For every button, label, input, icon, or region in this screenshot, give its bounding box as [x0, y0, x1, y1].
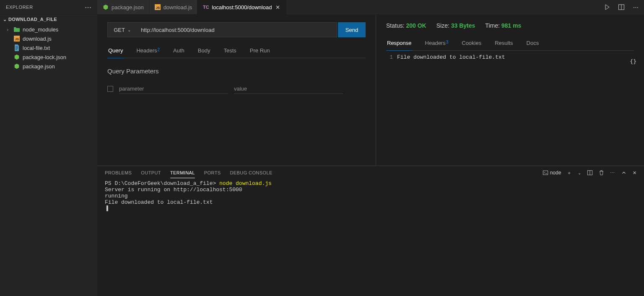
tab-strip: EXPLORER ⋯ package.json JS download.js T… — [0, 0, 644, 15]
tree-folder-node-modules[interactable]: › node_modules — [0, 25, 97, 34]
bottom-panel: PROBLEMS OUTPUT TERMINAL PORTS DEBUG CON… — [97, 166, 644, 296]
split-terminal-icon[interactable] — [587, 170, 593, 176]
subtab-docs[interactable]: Docs — [526, 37, 540, 50]
split-editor-icon[interactable] — [616, 0, 626, 14]
tree-file-local-file[interactable]: local-file.txt — [0, 43, 97, 52]
node-icon — [13, 54, 20, 60]
panel-tab-debug[interactable]: DEBUG CONSOLE — [230, 170, 273, 175]
query-section-title: Query Parameters — [107, 68, 366, 75]
tree-label: node_modules — [23, 26, 58, 33]
chevron-right-icon: › — [7, 26, 11, 33]
param-name-input[interactable] — [119, 84, 228, 94]
subtab-auth[interactable]: Auth — [172, 45, 185, 58]
param-checkbox[interactable] — [107, 86, 113, 92]
size-label: Size: — [436, 22, 449, 29]
time-value: 981 ms — [501, 22, 521, 29]
tree-label: package.json — [23, 63, 55, 70]
tab-close-icon[interactable]: ✕ — [274, 4, 281, 10]
terminal-icon — [543, 170, 548, 176]
subtab-headers[interactable]: Headers2 — [135, 45, 161, 58]
tree-file-download-js[interactable]: JS download.js — [0, 34, 97, 43]
panel-tab-ports[interactable]: PORTS — [204, 170, 221, 175]
terminal-profile[interactable]: node — [543, 170, 561, 176]
format-json-icon[interactable]: {} — [630, 58, 636, 65]
send-button[interactable]: Send — [338, 22, 366, 37]
param-row — [107, 84, 366, 94]
terminal-line: File downloaded to local-file.txt — [105, 199, 213, 205]
terminal-output[interactable]: PS D:\CodeForGeek\download_a_file> node … — [97, 179, 644, 296]
text-file-icon — [13, 44, 20, 51]
panel-tab-output[interactable]: OUTPUT — [141, 170, 161, 175]
run-icon[interactable] — [602, 0, 612, 14]
response-body[interactable]: 1 File downloaded to local-file.txt — [386, 54, 634, 60]
param-value-input[interactable] — [234, 84, 343, 94]
time-label: Time: — [485, 22, 499, 29]
request-pane: GET ⌄ Send Query Headers2 Auth Body Test… — [97, 15, 376, 166]
subtab-resp-headers[interactable]: Headers3 — [424, 37, 449, 50]
subtab-body[interactable]: Body — [197, 45, 211, 58]
tc-icon: TC — [203, 4, 209, 10]
status-label: Status: — [386, 22, 405, 29]
subtab-response[interactable]: Response — [386, 37, 413, 50]
profile-label: node — [550, 170, 561, 176]
svg-rect-8 — [16, 49, 17, 49]
new-terminal-icon[interactable]: ＋ — [567, 170, 571, 176]
explorer-header: EXPLORER ⋯ — [0, 0, 97, 14]
status-value: 200 OK — [406, 22, 426, 29]
svg-rect-6 — [16, 47, 18, 47]
tree-label: download.js — [23, 36, 52, 42]
url-input[interactable] — [137, 22, 337, 37]
subtab-query[interactable]: Query — [107, 45, 124, 58]
headers-badge: 2 — [158, 47, 160, 52]
subtab-tests[interactable]: Tests — [223, 45, 237, 58]
tab-label: localhost:5000/download — [212, 4, 272, 10]
svg-rect-7 — [16, 48, 18, 48]
panel-tabs: PROBLEMS OUTPUT TERMINAL PORTS DEBUG CON… — [97, 166, 644, 179]
explorer-more-icon[interactable]: ⋯ — [85, 3, 91, 11]
panel-tab-terminal[interactable]: TERMINAL — [170, 170, 195, 175]
chevron-down-icon: ⌄ — [2, 17, 8, 22]
node-icon — [102, 4, 109, 10]
tree-file-package-json[interactable]: package.json — [0, 62, 97, 71]
subtab-results[interactable]: Results — [494, 37, 514, 50]
subtab-label: Headers — [425, 40, 446, 46]
tab-download-js[interactable]: JS download.js — [149, 0, 198, 14]
request-subtabs: Query Headers2 Auth Body Tests Pre Run — [107, 45, 366, 58]
chevron-down-icon: ⌄ — [127, 28, 131, 32]
subtab-prerun[interactable]: Pre Run — [249, 45, 271, 58]
node-icon — [13, 63, 20, 70]
panel-more-icon[interactable]: ⋯ — [610, 170, 615, 176]
file-tree: › node_modules JS download.js local-file… — [0, 24, 97, 71]
http-method-select[interactable]: GET ⌄ — [107, 22, 137, 37]
editor-actions: ⋯ — [602, 0, 644, 14]
tab-package-json[interactable]: package.json — [97, 0, 149, 14]
folder-icon — [13, 26, 20, 33]
project-name: DOWNLOAD_A_FILE — [8, 17, 57, 22]
terminal-actions: node ＋ ⌄ ⋯ ✕ — [543, 170, 636, 176]
method-label: GET — [114, 27, 125, 33]
content-column: GET ⌄ Send Query Headers2 Auth Body Test… — [97, 15, 644, 296]
panel-tab-problems[interactable]: PROBLEMS — [105, 170, 132, 175]
more-icon[interactable]: ⋯ — [631, 0, 641, 14]
explorer-title: EXPLORER — [6, 5, 33, 10]
explorer-sidebar: ⌄ DOWNLOAD_A_FILE › node_modules JS down… — [0, 15, 97, 296]
js-icon: JS — [13, 35, 20, 42]
terminal-dropdown-icon[interactable]: ⌄ — [578, 171, 581, 175]
maximize-panel-icon[interactable] — [621, 170, 627, 176]
subtab-cookies[interactable]: Cookies — [461, 37, 482, 50]
status-row: Status: 200 OK Size: 33 Bytes Time: 981 … — [386, 22, 634, 29]
tree-file-package-lock[interactable]: package-lock.json — [0, 52, 97, 62]
svg-text:JS: JS — [156, 6, 160, 10]
svg-text:JS: JS — [15, 37, 19, 41]
response-pane: Status: 200 OK Size: 33 Bytes Time: 981 … — [376, 15, 644, 166]
tab-thunder-client[interactable]: TC localhost:5000/download ✕ — [197, 0, 286, 14]
line-number: 1 — [386, 54, 397, 60]
project-header[interactable]: ⌄ DOWNLOAD_A_FILE — [0, 15, 97, 24]
js-icon: JS — [154, 4, 161, 10]
response-subtabs: Response Headers3 Cookies Results Docs — [386, 37, 634, 51]
tree-label: local-file.txt — [23, 45, 50, 51]
close-panel-icon[interactable]: ✕ — [633, 170, 636, 176]
subtab-label: Headers — [136, 47, 157, 54]
tree-label: package-lock.json — [23, 54, 66, 60]
kill-terminal-icon[interactable] — [599, 170, 604, 176]
